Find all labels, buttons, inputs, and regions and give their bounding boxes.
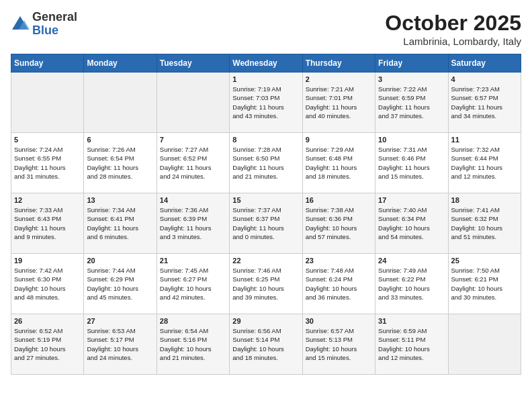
day-number: 24 xyxy=(378,257,445,265)
page-header: General Blue October 2025 Lambrinia, Lom… xyxy=(11,11,521,47)
day-number: 14 xyxy=(160,196,226,204)
calendar-cell: 27Sunrise: 6:53 AM Sunset: 5:17 PM Dayli… xyxy=(84,314,157,375)
calendar-cell: 9Sunrise: 7:29 AM Sunset: 6:48 PM Daylig… xyxy=(302,133,375,193)
calendar-table: SundayMondayTuesdayWednesdayThursdayFrid… xyxy=(11,54,521,375)
weekday-header-friday: Friday xyxy=(375,54,448,73)
day-info: Sunrise: 7:50 AM Sunset: 6:21 PM Dayligh… xyxy=(451,266,518,302)
location-title: Lambrinia, Lombardy, Italy xyxy=(385,36,521,47)
day-number: 25 xyxy=(451,257,518,265)
week-row-1: 1Sunrise: 7:19 AM Sunset: 7:03 PM Daylig… xyxy=(11,73,521,133)
day-info: Sunrise: 7:48 AM Sunset: 6:24 PM Dayligh… xyxy=(306,266,372,302)
calendar-cell: 5Sunrise: 7:24 AM Sunset: 6:55 PM Daylig… xyxy=(11,133,84,193)
day-info: Sunrise: 7:19 AM Sunset: 7:03 PM Dayligh… xyxy=(232,85,299,120)
day-number: 22 xyxy=(232,257,299,265)
calendar-cell: 8Sunrise: 7:28 AM Sunset: 6:50 PM Daylig… xyxy=(230,133,302,193)
weekday-header-thursday: Thursday xyxy=(302,54,375,73)
calendar-cell: 17Sunrise: 7:40 AM Sunset: 6:34 PM Dayli… xyxy=(375,193,448,254)
calendar-cell: 3Sunrise: 7:22 AM Sunset: 6:59 PM Daylig… xyxy=(375,73,448,133)
day-info: Sunrise: 7:29 AM Sunset: 6:48 PM Dayligh… xyxy=(306,145,372,181)
week-row-3: 12Sunrise: 7:33 AM Sunset: 6:43 PM Dayli… xyxy=(11,193,521,254)
day-info: Sunrise: 6:56 AM Sunset: 5:14 PM Dayligh… xyxy=(232,326,299,362)
day-info: Sunrise: 7:22 AM Sunset: 6:59 PM Dayligh… xyxy=(378,85,445,120)
day-number: 4 xyxy=(451,75,518,83)
day-number: 23 xyxy=(306,257,372,265)
day-number: 9 xyxy=(306,136,372,144)
calendar-cell xyxy=(11,73,84,133)
weekday-header-monday: Monday xyxy=(84,54,157,73)
weekday-header-tuesday: Tuesday xyxy=(157,54,229,73)
day-info: Sunrise: 7:27 AM Sunset: 6:52 PM Dayligh… xyxy=(160,145,226,181)
day-number: 19 xyxy=(14,257,81,265)
day-number: 27 xyxy=(87,317,153,325)
day-number: 3 xyxy=(378,75,445,83)
calendar-cell: 28Sunrise: 6:54 AM Sunset: 5:16 PM Dayli… xyxy=(157,314,229,375)
calendar-cell: 25Sunrise: 7:50 AM Sunset: 6:21 PM Dayli… xyxy=(448,254,521,314)
day-number: 12 xyxy=(14,196,81,204)
day-number: 26 xyxy=(14,317,81,325)
day-info: Sunrise: 6:59 AM Sunset: 5:11 PM Dayligh… xyxy=(378,326,445,362)
day-number: 30 xyxy=(306,317,372,325)
day-number: 28 xyxy=(160,317,226,325)
day-number: 18 xyxy=(451,196,518,204)
calendar-cell xyxy=(84,73,157,133)
calendar-cell: 21Sunrise: 7:45 AM Sunset: 6:27 PM Dayli… xyxy=(157,254,229,314)
day-number: 2 xyxy=(306,75,372,83)
weekday-header-wednesday: Wednesday xyxy=(230,54,302,73)
day-info: Sunrise: 7:28 AM Sunset: 6:50 PM Dayligh… xyxy=(232,145,299,181)
day-info: Sunrise: 6:57 AM Sunset: 5:13 PM Dayligh… xyxy=(306,326,372,362)
calendar-cell: 24Sunrise: 7:49 AM Sunset: 6:22 PM Dayli… xyxy=(375,254,448,314)
calendar-cell: 15Sunrise: 7:37 AM Sunset: 6:37 PM Dayli… xyxy=(230,193,302,254)
day-number: 13 xyxy=(87,196,153,204)
day-info: Sunrise: 7:49 AM Sunset: 6:22 PM Dayligh… xyxy=(378,266,445,302)
day-info: Sunrise: 7:37 AM Sunset: 6:37 PM Dayligh… xyxy=(232,205,299,241)
calendar-cell: 4Sunrise: 7:23 AM Sunset: 6:57 PM Daylig… xyxy=(448,73,521,133)
calendar-cell: 26Sunrise: 6:52 AM Sunset: 5:19 PM Dayli… xyxy=(11,314,84,375)
calendar-cell: 7Sunrise: 7:27 AM Sunset: 6:52 PM Daylig… xyxy=(157,133,229,193)
calendar-cell: 13Sunrise: 7:34 AM Sunset: 6:41 PM Dayli… xyxy=(84,193,157,254)
logo-general-text: General xyxy=(32,10,77,24)
week-row-2: 5Sunrise: 7:24 AM Sunset: 6:55 PM Daylig… xyxy=(11,133,521,193)
day-info: Sunrise: 7:24 AM Sunset: 6:55 PM Dayligh… xyxy=(14,145,81,181)
day-number: 6 xyxy=(87,136,153,144)
day-info: Sunrise: 7:23 AM Sunset: 6:57 PM Dayligh… xyxy=(451,85,518,120)
day-info: Sunrise: 7:26 AM Sunset: 6:54 PM Dayligh… xyxy=(87,145,153,181)
calendar-cell: 22Sunrise: 7:46 AM Sunset: 6:25 PM Dayli… xyxy=(230,254,302,314)
day-number: 8 xyxy=(232,136,299,144)
day-info: Sunrise: 6:53 AM Sunset: 5:17 PM Dayligh… xyxy=(87,326,153,362)
day-info: Sunrise: 7:40 AM Sunset: 6:34 PM Dayligh… xyxy=(378,205,445,241)
day-number: 29 xyxy=(232,317,299,325)
day-number: 16 xyxy=(306,196,372,204)
calendar-cell: 1Sunrise: 7:19 AM Sunset: 7:03 PM Daylig… xyxy=(230,73,302,133)
day-info: Sunrise: 6:52 AM Sunset: 5:19 PM Dayligh… xyxy=(14,326,81,362)
calendar-cell: 10Sunrise: 7:31 AM Sunset: 6:46 PM Dayli… xyxy=(375,133,448,193)
day-number: 11 xyxy=(451,136,518,144)
day-info: Sunrise: 7:32 AM Sunset: 6:44 PM Dayligh… xyxy=(451,145,518,181)
title-block: October 2025 Lambrinia, Lombardy, Italy xyxy=(385,11,521,47)
day-number: 20 xyxy=(87,257,153,265)
weekday-header-saturday: Saturday xyxy=(448,54,521,73)
calendar-cell: 20Sunrise: 7:44 AM Sunset: 6:29 PM Dayli… xyxy=(84,254,157,314)
calendar-cell xyxy=(157,73,229,133)
logo-blue-text: Blue xyxy=(32,24,58,37)
calendar-cell: 30Sunrise: 6:57 AM Sunset: 5:13 PM Dayli… xyxy=(302,314,375,375)
calendar-cell: 18Sunrise: 7:41 AM Sunset: 6:32 PM Dayli… xyxy=(448,193,521,254)
day-number: 31 xyxy=(378,317,445,325)
week-row-4: 19Sunrise: 7:42 AM Sunset: 6:30 PM Dayli… xyxy=(11,254,521,314)
weekday-header-row: SundayMondayTuesdayWednesdayThursdayFrid… xyxy=(11,54,521,73)
logo: General Blue xyxy=(11,11,77,38)
day-info: Sunrise: 7:41 AM Sunset: 6:32 PM Dayligh… xyxy=(451,205,518,241)
day-info: Sunrise: 7:21 AM Sunset: 7:01 PM Dayligh… xyxy=(306,85,372,120)
calendar-cell: 29Sunrise: 6:56 AM Sunset: 5:14 PM Dayli… xyxy=(230,314,302,375)
day-number: 10 xyxy=(378,136,445,144)
calendar-cell: 14Sunrise: 7:36 AM Sunset: 6:39 PM Dayli… xyxy=(157,193,229,254)
day-number: 5 xyxy=(14,136,81,144)
calendar-cell: 6Sunrise: 7:26 AM Sunset: 6:54 PM Daylig… xyxy=(84,133,157,193)
week-row-5: 26Sunrise: 6:52 AM Sunset: 5:19 PM Dayli… xyxy=(11,314,521,375)
month-title: October 2025 xyxy=(385,11,521,36)
calendar-cell: 31Sunrise: 6:59 AM Sunset: 5:11 PM Dayli… xyxy=(375,314,448,375)
day-number: 15 xyxy=(232,196,299,204)
calendar-cell: 16Sunrise: 7:38 AM Sunset: 6:36 PM Dayli… xyxy=(302,193,375,254)
calendar-cell: 23Sunrise: 7:48 AM Sunset: 6:24 PM Dayli… xyxy=(302,254,375,314)
calendar-cell: 19Sunrise: 7:42 AM Sunset: 6:30 PM Dayli… xyxy=(11,254,84,314)
day-info: Sunrise: 7:34 AM Sunset: 6:41 PM Dayligh… xyxy=(87,205,153,241)
